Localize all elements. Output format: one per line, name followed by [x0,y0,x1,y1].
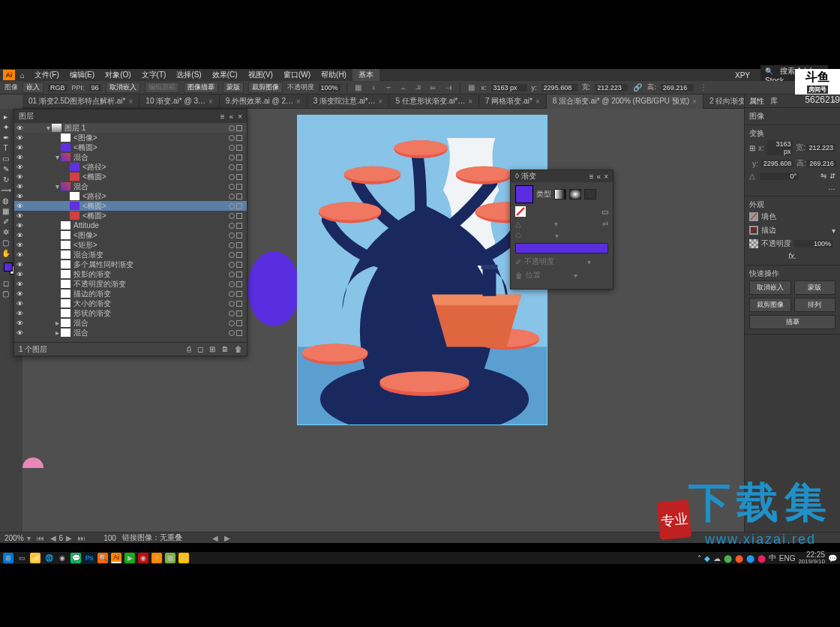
netease-icon[interactable]: ◉ [138,553,148,563]
align-top-icon[interactable]: ⫡ [413,82,424,93]
mask-button[interactable]: 蒙版 [223,82,244,93]
explorer-icon[interactable]: 📁 [30,553,40,563]
tab-0[interactable]: 01 渐变2.5D图形特点解析.ai*× [22,94,140,109]
unembed-button[interactable]: 取消嵌入 [106,82,140,93]
visibility-icon[interactable]: 👁 [14,211,25,220]
tray-icon[interactable]: ⬤ [724,554,732,562]
target-icon[interactable] [229,164,235,170]
arrange-button[interactable]: 排列 [794,298,836,312]
layer-row[interactable]: 👁描边的渐变 [14,289,247,298]
layer-row[interactable]: 👁多个属性同时渐变 [14,260,247,269]
visibility-icon[interactable]: 👁 [14,279,25,289]
panel-menu-icon[interactable]: ≡ [220,112,225,121]
layer-name[interactable]: 大小的渐变 [74,298,111,309]
visibility-icon[interactable]: 👁 [14,162,25,172]
select-indicator[interactable] [236,174,242,180]
locate-icon[interactable]: ⎙ [187,345,191,353]
visibility-icon[interactable]: 👁 [14,230,25,240]
layer-name[interactable]: 多个属性同时渐变 [74,260,134,270]
chrome-icon[interactable]: 🌐 [44,553,54,563]
visibility-icon[interactable]: 👁 [14,289,25,298]
menu-file[interactable]: 文件(F) [30,70,64,80]
link-wh-icon[interactable]: 🔗 [632,82,643,93]
visibility-icon[interactable]: 👁 [14,142,25,152]
layer-row[interactable]: 👁<路径> [14,162,247,172]
select-indicator[interactable] [236,252,242,258]
flip-h-icon[interactable]: ⇋ [820,172,826,180]
target-icon[interactable] [229,301,235,307]
fill-swatch[interactable] [4,262,13,272]
hand-tool-icon[interactable]: ✋ [0,248,11,258]
align-vcenter-icon[interactable]: ⫢ [428,82,439,93]
purple-ellipse-object[interactable] [248,251,300,326]
lock-cell[interactable] [25,201,35,211]
first-artboard-icon[interactable]: ⏮ [37,534,44,542]
tab-properties[interactable]: 属性 [749,96,764,106]
stroke-gradient-swatch[interactable] [515,206,526,217]
visibility-icon[interactable]: 👁 [14,191,25,201]
search-icon[interactable]: 🔍 [98,553,108,563]
layer-name[interactable]: 图层 1 [64,123,86,134]
layer-name[interactable]: 混合 [74,182,88,192]
target-icon[interactable] [229,252,235,258]
transform-icon[interactable]: ▦ [466,82,477,93]
tray-icon[interactable]: ⬤ [746,554,754,562]
scroll-left-icon[interactable]: ◀ [212,534,218,542]
tab-5[interactable]: 7 网格渐变.ai*× [479,94,547,109]
lock-cell[interactable] [25,182,35,191]
layer-name[interactable]: 不透明度的渐变 [74,279,126,290]
zoom-dropdown-icon[interactable]: ▾ [27,534,31,542]
layer-row[interactable]: 👁<椭圆> [14,172,247,182]
lock-cell[interactable] [25,328,35,338]
layer-name[interactable]: <椭圆> [74,142,98,153]
target-icon[interactable] [229,262,235,268]
layer-name[interactable]: 描边的渐变 [74,289,111,299]
layer-name[interactable]: 混合 [74,152,88,163]
trace-button[interactable]: 图像描摹 [184,82,218,93]
close-icon[interactable]: × [379,98,383,106]
layer-row[interactable]: 👁<图像> [14,133,247,142]
target-icon[interactable] [229,272,235,278]
lock-cell[interactable] [25,191,35,201]
scroll-right-icon[interactable]: ▶ [224,534,230,542]
target-icon[interactable] [229,330,235,336]
close-icon[interactable]: × [692,98,697,106]
target-icon[interactable] [229,125,235,131]
layer-name[interactable]: <椭圆> [82,201,106,212]
expand-icon[interactable]: ▾ [44,124,52,132]
wechat-icon[interactable]: 💬 [70,553,81,563]
lock-cell[interactable] [25,308,35,318]
layer-name[interactable]: <矩形> [74,240,98,250]
select-indicator[interactable] [236,194,242,200]
target-icon[interactable] [229,242,235,248]
x-field[interactable]: 3163 px [491,84,527,92]
user-name[interactable]: XPY [730,71,754,80]
excel-icon[interactable]: ▦ [165,553,176,563]
target-icon[interactable] [229,145,235,151]
w-field[interactable]: 212.223 [595,84,628,92]
layer-row[interactable]: 👁投影的渐变 [14,269,247,279]
visibility-icon[interactable]: 👁 [14,152,25,162]
gradient-preview-swatch[interactable] [515,185,533,203]
tab-4[interactable]: 5 任意形状渐变.ai*…× [389,94,479,109]
target-icon[interactable] [229,154,235,160]
magic-wand-icon[interactable]: ✦ [0,122,11,132]
select-indicator[interactable] [236,330,242,336]
visibility-icon[interactable]: 👁 [14,328,25,338]
layer-row[interactable]: 👁形状的渐变 [14,308,247,318]
clock-date[interactable]: 2019/9/10 [798,559,825,565]
select-indicator[interactable] [236,164,242,170]
new-layer-icon[interactable]: 🗎 [221,345,229,353]
lock-cell[interactable] [25,260,35,269]
align-left-icon[interactable]: ⫞ [368,82,379,93]
close-icon[interactable]: × [208,98,213,106]
select-indicator[interactable] [236,145,242,151]
more-icon[interactable]: ⋮ [698,82,709,93]
target-icon[interactable] [229,281,235,287]
fill-swatch[interactable] [749,212,758,221]
layers-panel-header[interactable]: 图层 ≡«× [14,110,247,123]
layer-name[interactable]: 形状的渐变 [74,308,111,319]
menu-type[interactable]: 文字(T) [137,70,171,80]
gradient-slider[interactable] [515,243,608,254]
select-indicator[interactable] [236,223,242,229]
